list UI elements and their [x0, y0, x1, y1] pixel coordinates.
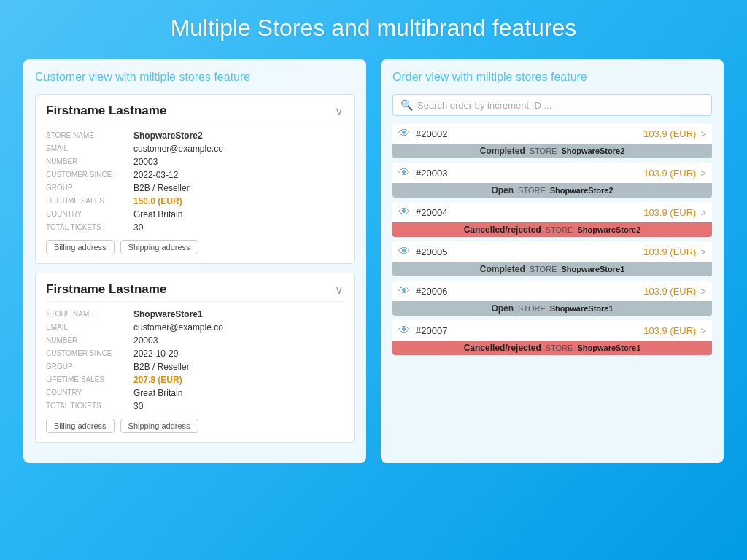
- order-row[interactable]: 👁#20003103.9 (EUR)>: [392, 163, 712, 183]
- shipping-address-button[interactable]: Shipping address: [120, 240, 198, 254]
- field-value: 20003: [133, 335, 158, 346]
- field-value: 2022-10-29: [133, 349, 178, 359]
- field-row: NUMBER20003: [46, 157, 344, 167]
- order-chevron-icon[interactable]: >: [700, 286, 706, 297]
- field-label: LIFETIME SALES: [46, 196, 133, 206]
- customer-name: Firstname Lastname: [46, 282, 166, 297]
- eye-icon[interactable]: 👁: [398, 284, 410, 298]
- order-amount: 103.9 (EUR): [643, 325, 696, 336]
- order-item: 👁#20006103.9 (EUR)>OpenSTOREShopwareStor…: [392, 281, 712, 316]
- order-id: #20004: [416, 207, 643, 218]
- eye-icon[interactable]: 👁: [398, 206, 410, 219]
- customer-cards: Firstname Lastname∨STORE NAMEShopwareSto…: [35, 94, 355, 443]
- store-name: ShopwareStore2: [577, 225, 640, 234]
- field-label: CUSTOMER SINCE: [46, 170, 133, 180]
- field-label: TOTAL TICKETS: [46, 222, 133, 233]
- field-label: STORE NAME: [46, 309, 133, 319]
- field-row: TOTAL TICKETS30: [46, 222, 344, 233]
- field-row: CUSTOMER SINCE2022-10-29: [46, 349, 344, 359]
- field-value: Great Britain: [133, 388, 182, 398]
- order-status-label: Completed: [480, 146, 525, 156]
- search-input[interactable]: Search order by increment ID ...: [417, 100, 551, 111]
- search-icon: 🔍: [400, 99, 413, 111]
- order-amount: 103.9 (EUR): [643, 168, 696, 179]
- chevron-down-icon[interactable]: ∨: [335, 283, 344, 297]
- store-label: STORE: [546, 343, 573, 352]
- order-status-row: OpenSTOREShopwareStore1: [392, 301, 712, 316]
- order-item: 👁#20007103.9 (EUR)>Cancelled/rejectedSTO…: [392, 320, 712, 355]
- field-label: TOTAL TICKETS: [46, 401, 133, 411]
- field-label: COUNTRY: [46, 388, 133, 398]
- order-item: 👁#20002103.9 (EUR)>CompletedSTOREShopwar…: [392, 123, 712, 158]
- field-label: NUMBER: [46, 157, 133, 167]
- store-name: ShopwareStore1: [550, 304, 614, 313]
- field-row: TOTAL TICKETS30: [46, 401, 344, 411]
- field-value: 20003: [133, 157, 158, 167]
- right-panel: Order view with miltiple stores feature …: [381, 59, 724, 463]
- order-amount: 103.9 (EUR): [643, 246, 696, 257]
- order-item: 👁#20003103.9 (EUR)>OpenSTOREShopwareStor…: [392, 163, 712, 198]
- store-label: STORE: [530, 147, 557, 155]
- order-list: 👁#20002103.9 (EUR)>CompletedSTOREShopwar…: [392, 123, 712, 355]
- order-status-row: Cancelled/rejectedSTOREShopwareStore2: [392, 222, 712, 237]
- eye-icon[interactable]: 👁: [398, 127, 410, 140]
- store-name: ShopwareStore2: [550, 186, 614, 195]
- field-label: CUSTOMER SINCE: [46, 349, 133, 359]
- field-value: customer@example.co: [133, 144, 223, 154]
- billing-address-button[interactable]: Billing address: [46, 240, 115, 254]
- field-value: ShopwareStore1: [133, 309, 203, 319]
- order-id: #20003: [416, 168, 643, 179]
- order-row[interactable]: 👁#20007103.9 (EUR)>: [392, 320, 712, 341]
- field-row: EMAILcustomer@example.co: [46, 322, 344, 332]
- order-chevron-icon[interactable]: >: [700, 325, 706, 336]
- order-status-row: OpenSTOREShopwareStore2: [392, 183, 712, 198]
- left-panel: Customer view with miltiple stores featu…: [23, 59, 366, 463]
- field-label: COUNTRY: [46, 209, 133, 219]
- order-chevron-icon[interactable]: >: [700, 207, 706, 218]
- field-value: 30: [133, 401, 143, 411]
- field-value: 150.0 (EUR): [133, 196, 182, 206]
- field-label: GROUP: [46, 183, 133, 193]
- order-status-label: Cancelled/rejected: [464, 343, 541, 353]
- field-value: 30: [133, 222, 143, 233]
- field-row: STORE NAMEShopwareStore2: [46, 131, 344, 141]
- left-panel-title: Customer view with miltiple stores featu…: [35, 71, 355, 84]
- order-row[interactable]: 👁#20005103.9 (EUR)>: [392, 241, 712, 262]
- field-row: GROUPB2B / Reseller: [46, 183, 344, 193]
- field-value: B2B / Reseller: [133, 183, 190, 193]
- field-label: EMAIL: [46, 144, 133, 154]
- order-amount: 103.9 (EUR): [643, 286, 696, 297]
- order-item: 👁#20005103.9 (EUR)>CompletedSTOREShopwar…: [392, 241, 712, 276]
- customer-card: Firstname Lastname∨STORE NAMEShopwareSto…: [35, 273, 355, 443]
- field-row: LIFETIME SALES150.0 (EUR): [46, 196, 344, 206]
- address-buttons: Billing addressShipping address: [46, 240, 344, 254]
- page-title: Multiple Stores and multibrand features: [171, 15, 577, 42]
- order-row[interactable]: 👁#20004103.9 (EUR)>: [392, 202, 712, 222]
- order-status-row: Cancelled/rejectedSTOREShopwareStore1: [392, 341, 712, 355]
- eye-icon[interactable]: 👁: [398, 324, 410, 337]
- order-id: #20007: [416, 325, 643, 336]
- order-status-label: Open: [491, 185, 514, 195]
- order-chevron-icon[interactable]: >: [700, 168, 706, 179]
- order-chevron-icon[interactable]: >: [700, 128, 706, 139]
- store-name: ShopwareStore2: [561, 147, 624, 155]
- order-amount: 103.9 (EUR): [643, 207, 696, 218]
- field-row: STORE NAMEShopwareStore1: [46, 309, 344, 319]
- chevron-down-icon[interactable]: ∨: [335, 104, 344, 118]
- order-row[interactable]: 👁#20006103.9 (EUR)>: [392, 281, 712, 301]
- billing-address-button[interactable]: Billing address: [46, 419, 115, 433]
- field-label: LIFETIME SALES: [46, 375, 133, 385]
- field-row: COUNTRYGreat Britain: [46, 388, 344, 398]
- customer-card-header: Firstname Lastname∨: [46, 282, 344, 302]
- store-label: STORE: [530, 265, 557, 273]
- order-item: 👁#20004103.9 (EUR)>Cancelled/rejectedSTO…: [392, 202, 712, 237]
- order-chevron-icon[interactable]: >: [700, 246, 706, 257]
- field-value: Great Britain: [133, 209, 182, 219]
- order-status-label: Cancelled/rejected: [464, 225, 541, 235]
- shipping-address-button[interactable]: Shipping address: [120, 419, 198, 433]
- eye-icon[interactable]: 👁: [398, 245, 410, 258]
- eye-icon[interactable]: 👁: [398, 166, 410, 179]
- store-label: STORE: [518, 304, 546, 313]
- order-row[interactable]: 👁#20002103.9 (EUR)>: [392, 123, 712, 144]
- search-bar[interactable]: 🔍 Search order by increment ID ...: [392, 94, 712, 116]
